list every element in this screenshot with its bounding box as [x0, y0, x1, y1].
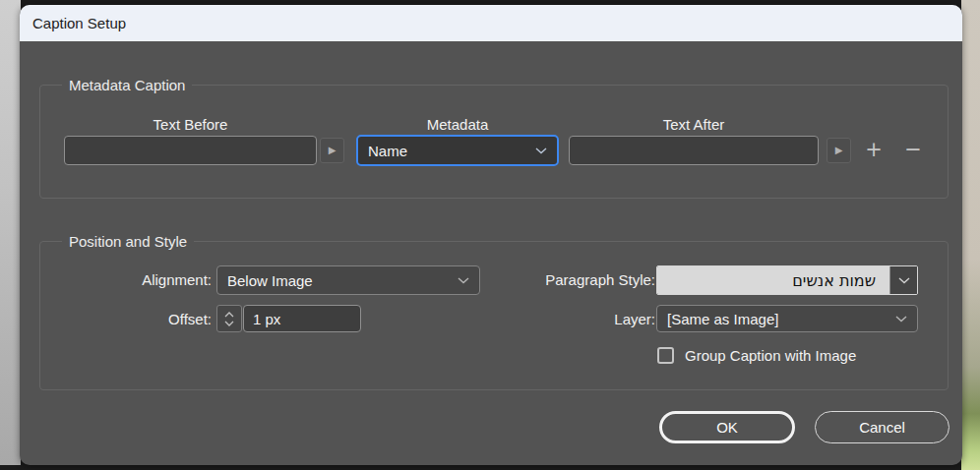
- right-triangle-icon: ▶: [329, 146, 337, 155]
- caption-setup-dialog: Caption Setup Metadata Caption Text Befo…: [20, 5, 962, 465]
- layer-selected-value: [Same as Image]: [667, 311, 778, 327]
- chevron-down-icon: [224, 321, 234, 326]
- window-title: Caption Setup: [32, 15, 126, 31]
- metadata-column-label: Metadata: [356, 116, 559, 136]
- paragraph-style-label: Paragraph Style:: [467, 271, 655, 288]
- alignment-selected-value: Below Image: [227, 272, 313, 289]
- offset-stepper[interactable]: [216, 305, 242, 332]
- chevron-down-icon[interactable]: [889, 266, 917, 294]
- layer-label: Layer:: [467, 311, 655, 327]
- cancel-button[interactable]: Cancel: [815, 411, 949, 443]
- background-left-strip: [0, 0, 21, 465]
- plus-icon: +: [865, 138, 883, 161]
- position-style-legend: Position and Style: [62, 233, 194, 250]
- chevron-down-icon: [535, 147, 547, 154]
- group-caption-label: Group Caption with Image: [685, 347, 856, 364]
- offset-input[interactable]: [243, 305, 361, 332]
- text-before-menu-button[interactable]: ▶: [320, 138, 344, 163]
- text-after-column-label: Text After: [569, 116, 819, 136]
- metadata-selected-value: Name: [368, 143, 407, 159]
- text-before-input[interactable]: [64, 136, 317, 165]
- text-before-column-label: Text Before: [64, 116, 317, 136]
- remove-row-button[interactable]: −: [897, 133, 929, 166]
- metadata-select[interactable]: Name: [356, 135, 559, 166]
- alignment-select[interactable]: Below Image: [216, 265, 480, 295]
- group-caption-checkbox[interactable]: [657, 347, 674, 364]
- text-after-menu-button[interactable]: ▶: [827, 138, 851, 163]
- add-row-button[interactable]: +: [858, 133, 889, 166]
- layer-select[interactable]: [Same as Image]: [656, 305, 918, 332]
- text-after-input[interactable]: [569, 136, 819, 165]
- paragraph-style-selected-value: שמות אנשים: [657, 266, 889, 294]
- metadata-caption-legend: Metadata Caption: [62, 77, 192, 93]
- chevron-up-icon: [224, 312, 234, 318]
- minus-icon: −: [904, 138, 922, 161]
- background-right-strip: [961, 0, 980, 470]
- alignment-label: Alignment:: [103, 271, 212, 288]
- window-titlebar[interactable]: Caption Setup: [20, 5, 962, 41]
- ok-button[interactable]: OK: [659, 411, 795, 443]
- right-triangle-icon: ▶: [835, 146, 843, 155]
- paragraph-style-select[interactable]: שמות אנשים: [656, 265, 918, 295]
- chevron-down-icon: [895, 316, 907, 323]
- offset-label: Offset:: [103, 311, 212, 327]
